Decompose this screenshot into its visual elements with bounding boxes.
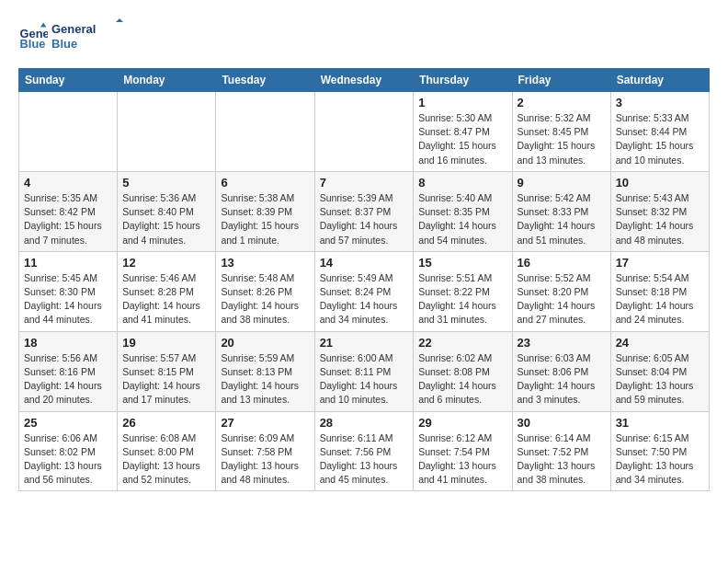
day-number: 14 — [320, 256, 409, 270]
svg-text:General: General — [51, 22, 96, 36]
day-info: Sunrise: 6:02 AM Sunset: 8:08 PM Dayligh… — [418, 351, 506, 408]
day-number: 8 — [418, 176, 506, 190]
calendar-cell: 11Sunrise: 5:45 AM Sunset: 8:30 PM Dayli… — [19, 251, 118, 331]
day-info: Sunrise: 5:48 AM Sunset: 8:26 PM Dayligh… — [221, 271, 309, 327]
calendar-cell — [216, 92, 314, 172]
day-info: Sunrise: 6:14 AM Sunset: 7:52 PM Dayligh… — [518, 431, 606, 488]
day-number: 28 — [320, 416, 409, 430]
day-info: Sunrise: 5:36 AM Sunset: 8:40 PM Dayligh… — [122, 191, 210, 247]
day-number: 23 — [518, 336, 606, 350]
day-info: Sunrise: 5:52 AM Sunset: 8:20 PM Dayligh… — [518, 271, 606, 327]
day-info: Sunrise: 5:59 AM Sunset: 8:13 PM Dayligh… — [221, 351, 309, 408]
day-header-sunday: Sunday — [19, 69, 118, 92]
calendar-cell: 31Sunrise: 6:15 AM Sunset: 7:50 PM Dayli… — [610, 411, 709, 491]
day-number: 9 — [518, 176, 606, 190]
day-number: 7 — [320, 176, 409, 190]
svg-text:Blue: Blue — [51, 37, 77, 51]
calendar-cell: 19Sunrise: 5:57 AM Sunset: 8:15 PM Dayli… — [118, 331, 216, 411]
calendar-cell: 14Sunrise: 5:49 AM Sunset: 8:24 PM Dayli… — [314, 251, 414, 331]
svg-text:Blue: Blue — [20, 37, 46, 51]
day-info: Sunrise: 6:06 AM Sunset: 8:02 PM Dayligh… — [24, 431, 112, 488]
day-info: Sunrise: 5:51 AM Sunset: 8:22 PM Dayligh… — [418, 271, 506, 327]
day-number: 15 — [418, 256, 506, 270]
day-info: Sunrise: 5:54 AM Sunset: 8:18 PM Dayligh… — [616, 271, 704, 327]
calendar-cell: 6Sunrise: 5:38 AM Sunset: 8:39 PM Daylig… — [216, 171, 314, 251]
calendar-cell: 16Sunrise: 5:52 AM Sunset: 8:20 PM Dayli… — [512, 251, 610, 331]
day-number: 5 — [122, 176, 210, 190]
day-header-thursday: Thursday — [414, 69, 512, 92]
logo: General Blue General Blue — [18, 18, 125, 53]
day-number: 17 — [616, 256, 704, 270]
day-info: Sunrise: 5:43 AM Sunset: 8:32 PM Dayligh… — [616, 191, 704, 247]
day-info: Sunrise: 5:57 AM Sunset: 8:15 PM Dayligh… — [122, 351, 210, 408]
day-info: Sunrise: 5:39 AM Sunset: 8:37 PM Dayligh… — [320, 191, 409, 247]
calendar-cell: 24Sunrise: 6:05 AM Sunset: 8:04 PM Dayli… — [610, 331, 709, 411]
day-number: 18 — [24, 336, 112, 350]
calendar-cell: 8Sunrise: 5:40 AM Sunset: 8:35 PM Daylig… — [414, 171, 512, 251]
day-info: Sunrise: 5:33 AM Sunset: 8:44 PM Dayligh… — [616, 111, 704, 167]
day-number: 12 — [122, 256, 210, 270]
calendar-cell — [19, 92, 118, 172]
calendar-cell: 30Sunrise: 6:14 AM Sunset: 7:52 PM Dayli… — [512, 411, 610, 491]
day-info: Sunrise: 5:46 AM Sunset: 8:28 PM Dayligh… — [122, 271, 210, 327]
calendar-cell: 5Sunrise: 5:36 AM Sunset: 8:40 PM Daylig… — [118, 171, 216, 251]
logo-text: General Blue — [51, 18, 125, 53]
day-header-saturday: Saturday — [610, 69, 709, 92]
week-row-2: 4Sunrise: 5:35 AM Sunset: 8:42 PM Daylig… — [19, 171, 710, 251]
day-number: 11 — [24, 256, 112, 270]
week-row-4: 18Sunrise: 5:56 AM Sunset: 8:16 PM Dayli… — [19, 331, 710, 411]
day-number: 3 — [616, 96, 704, 109]
svg-marker-2 — [40, 23, 46, 28]
calendar-cell: 20Sunrise: 5:59 AM Sunset: 8:13 PM Dayli… — [216, 331, 314, 411]
calendar-cell: 23Sunrise: 6:03 AM Sunset: 8:06 PM Dayli… — [512, 331, 610, 411]
calendar-cell: 21Sunrise: 6:00 AM Sunset: 8:11 PM Dayli… — [314, 331, 414, 411]
day-number: 21 — [320, 336, 409, 350]
svg-marker-5 — [116, 18, 123, 22]
day-number: 29 — [418, 416, 506, 430]
day-info: Sunrise: 5:49 AM Sunset: 8:24 PM Dayligh… — [320, 271, 409, 327]
day-header-monday: Monday — [118, 69, 216, 92]
day-info: Sunrise: 6:00 AM Sunset: 8:11 PM Dayligh… — [320, 351, 409, 408]
calendar-cell: 27Sunrise: 6:09 AM Sunset: 7:58 PM Dayli… — [216, 411, 314, 491]
calendar-cell: 26Sunrise: 6:08 AM Sunset: 8:00 PM Dayli… — [118, 411, 216, 491]
week-row-5: 25Sunrise: 6:06 AM Sunset: 8:02 PM Dayli… — [19, 411, 710, 491]
day-number: 26 — [122, 416, 210, 430]
day-info: Sunrise: 6:12 AM Sunset: 7:54 PM Dayligh… — [418, 431, 506, 488]
day-header-friday: Friday — [512, 69, 610, 92]
day-info: Sunrise: 6:15 AM Sunset: 7:50 PM Dayligh… — [616, 431, 704, 488]
day-number: 13 — [221, 256, 309, 270]
day-info: Sunrise: 5:38 AM Sunset: 8:39 PM Dayligh… — [221, 191, 309, 247]
calendar-cell — [314, 92, 414, 172]
calendar-cell: 9Sunrise: 5:42 AM Sunset: 8:33 PM Daylig… — [512, 171, 610, 251]
calendar-cell — [118, 92, 216, 172]
calendar-cell: 7Sunrise: 5:39 AM Sunset: 8:37 PM Daylig… — [314, 171, 414, 251]
day-info: Sunrise: 6:11 AM Sunset: 7:56 PM Dayligh… — [320, 431, 409, 488]
day-number: 4 — [24, 176, 112, 190]
day-info: Sunrise: 5:45 AM Sunset: 8:30 PM Dayligh… — [24, 271, 112, 327]
week-row-1: 1Sunrise: 5:30 AM Sunset: 8:47 PM Daylig… — [19, 92, 710, 172]
calendar-cell: 4Sunrise: 5:35 AM Sunset: 8:42 PM Daylig… — [19, 171, 118, 251]
day-number: 6 — [221, 176, 309, 190]
calendar-cell: 18Sunrise: 5:56 AM Sunset: 8:16 PM Dayli… — [19, 331, 118, 411]
calendar-table: SundayMondayTuesdayWednesdayThursdayFrid… — [18, 68, 710, 491]
calendar-cell: 2Sunrise: 5:32 AM Sunset: 8:45 PM Daylig… — [512, 92, 610, 172]
day-info: Sunrise: 5:35 AM Sunset: 8:42 PM Dayligh… — [24, 191, 112, 247]
calendar-cell: 22Sunrise: 6:02 AM Sunset: 8:08 PM Dayli… — [414, 331, 512, 411]
header: General Blue General Blue — [18, 18, 710, 53]
week-row-3: 11Sunrise: 5:45 AM Sunset: 8:30 PM Dayli… — [19, 251, 710, 331]
day-header-wednesday: Wednesday — [314, 69, 414, 92]
day-header-tuesday: Tuesday — [216, 69, 314, 92]
calendar-cell: 28Sunrise: 6:11 AM Sunset: 7:56 PM Dayli… — [314, 411, 414, 491]
day-number: 1 — [418, 96, 506, 109]
day-number: 27 — [221, 416, 309, 430]
calendar-cell: 12Sunrise: 5:46 AM Sunset: 8:28 PM Dayli… — [118, 251, 216, 331]
day-number: 22 — [418, 336, 506, 350]
day-number: 16 — [518, 256, 606, 270]
day-number: 31 — [616, 416, 704, 430]
day-number: 2 — [518, 96, 606, 109]
day-info: Sunrise: 5:42 AM Sunset: 8:33 PM Dayligh… — [518, 191, 606, 247]
calendar-cell: 15Sunrise: 5:51 AM Sunset: 8:22 PM Dayli… — [414, 251, 512, 331]
calendar-cell: 10Sunrise: 5:43 AM Sunset: 8:32 PM Dayli… — [610, 171, 709, 251]
day-number: 30 — [518, 416, 606, 430]
day-info: Sunrise: 6:08 AM Sunset: 8:00 PM Dayligh… — [122, 431, 210, 488]
